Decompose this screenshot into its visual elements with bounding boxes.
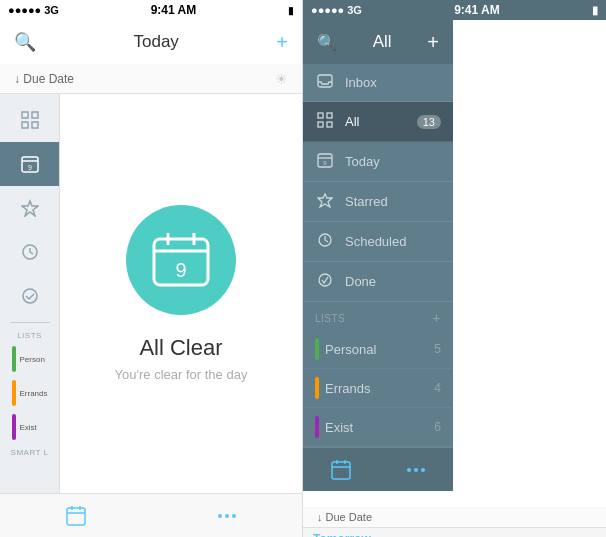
add-list-button[interactable]: + xyxy=(432,310,441,326)
personal-count: 5 xyxy=(434,342,441,356)
scheduled-icon xyxy=(315,232,335,251)
svg-rect-21 xyxy=(327,113,332,118)
time-left: 9:41 AM xyxy=(151,3,197,17)
starred-icon xyxy=(315,192,335,211)
nav-item-inbox[interactable]: Inbox xyxy=(303,64,453,102)
today-icon: 9 xyxy=(315,152,335,171)
signal-dots-right: ●●●●● xyxy=(311,4,344,16)
main-content-left: 9 All Clear You're clear for the day xyxy=(60,94,302,493)
toolbar-left: ↓ Due Date ☀ xyxy=(0,64,302,94)
svg-rect-23 xyxy=(327,122,332,127)
calendar-tab-nav[interactable] xyxy=(303,448,378,491)
lists-label: LISTS xyxy=(15,327,44,342)
task-list-header xyxy=(303,491,606,507)
task-toolbar: ↓ Due Date xyxy=(303,507,606,528)
svg-text:9: 9 xyxy=(175,259,186,281)
errands-color xyxy=(315,377,319,399)
scheduled-label: Scheduled xyxy=(345,234,441,249)
all-label: All xyxy=(345,114,407,129)
sidebar-item-calendar[interactable]: 9 xyxy=(0,142,59,186)
add-button-nav[interactable]: + xyxy=(427,31,439,54)
svg-text:9: 9 xyxy=(323,160,327,166)
search-icon-left[interactable]: 🔍 xyxy=(14,31,36,53)
task-sort-label[interactable]: ↓ Due Date xyxy=(317,511,372,523)
sidebar-list-personal[interactable]: Person xyxy=(8,344,52,374)
section-tomorrow: Tomorrow xyxy=(303,528,606,537)
starred-label: Starred xyxy=(345,194,441,209)
nav-item-done[interactable]: Done xyxy=(303,262,453,302)
search-icon-nav[interactable]: 🔍 xyxy=(317,33,337,52)
time-right: 9:41 AM xyxy=(454,3,500,17)
all-clear-title: All Clear xyxy=(139,335,222,361)
right-nav: 🔍 All + Inbox All 13 xyxy=(303,20,453,491)
sidebar-item-starred[interactable] xyxy=(0,186,59,230)
nav-list-errands[interactable]: Errands 4 xyxy=(303,369,453,408)
today-label: Today xyxy=(345,154,441,169)
tab-bar-left xyxy=(0,493,302,537)
svg-rect-2 xyxy=(22,122,28,128)
inbox-icon xyxy=(315,74,335,91)
sidebar-item-grid[interactable] xyxy=(0,98,59,142)
inbox-label: Inbox xyxy=(345,75,441,90)
status-bar-left: ●●●●● ●●●●● 3G 3G 9:41 AM ▮ xyxy=(0,0,302,20)
all-count: 13 xyxy=(417,115,441,129)
network-label: 3G xyxy=(44,4,59,16)
tab-bar-nav xyxy=(303,447,453,491)
dots-icon-nav xyxy=(407,468,425,472)
svg-marker-7 xyxy=(22,201,38,216)
all-clear-icon: 9 xyxy=(126,205,236,315)
page-title-left: Today xyxy=(133,32,178,52)
exist-count: 6 xyxy=(434,420,441,434)
nav-header: 🔍 All + xyxy=(303,20,453,64)
sidebar-divider xyxy=(10,322,50,323)
task-list: ↓ Due Date Tomorrow Return Sleepph 9:00 … xyxy=(303,491,606,537)
sidebar-item-done[interactable] xyxy=(0,274,59,318)
svg-rect-20 xyxy=(318,113,323,118)
nav-item-scheduled[interactable]: Scheduled xyxy=(303,222,453,262)
more-tab-left[interactable] xyxy=(151,494,302,537)
more-tab-nav[interactable] xyxy=(378,448,453,491)
errands-name: Errands xyxy=(325,381,428,396)
svg-rect-15 xyxy=(67,508,85,525)
left-panel: ●●●●● ●●●●● 3G 3G 9:41 AM ▮ 🔍 Today + ↓ … xyxy=(0,0,303,537)
header-left: 🔍 Today + xyxy=(0,20,302,64)
signal-left: ●●●●● ●●●●● 3G 3G xyxy=(8,4,59,16)
svg-rect-0 xyxy=(22,112,28,118)
calendar-tab-left[interactable] xyxy=(0,494,151,537)
sort-label-left[interactable]: ↓ Due Date xyxy=(14,72,74,86)
nav-list-exist[interactable]: Exist 6 xyxy=(303,408,453,447)
network-type-right: 3G xyxy=(347,4,362,16)
sun-icon[interactable]: ☀ xyxy=(275,71,288,87)
nav-item-today[interactable]: 9 Today xyxy=(303,142,453,182)
done-icon xyxy=(315,272,335,291)
nav-item-starred[interactable]: Starred xyxy=(303,182,453,222)
all-icon xyxy=(315,112,335,131)
signal-dots: ●●●●● xyxy=(8,4,41,16)
sidebar-list-errands[interactable]: Errands xyxy=(8,378,52,408)
add-button-left[interactable]: + xyxy=(276,31,288,54)
status-bar-right: ●●●●● 3G 9:41 AM ▮ xyxy=(303,0,606,20)
svg-rect-19 xyxy=(318,75,332,87)
dots-icon-left xyxy=(218,514,236,518)
errands-count: 4 xyxy=(434,381,441,395)
sidebar-list-exist[interactable]: Exist xyxy=(8,412,52,442)
lists-section-label: LISTS + xyxy=(303,302,453,330)
all-clear-subtitle: You're clear for the day xyxy=(115,367,248,382)
battery-left: ▮ xyxy=(288,5,294,16)
sidebar-left: 9 LISTS xyxy=(0,94,60,493)
sidebar-item-scheduled[interactable] xyxy=(0,230,59,274)
svg-rect-3 xyxy=(32,122,38,128)
nav-title: All xyxy=(373,32,392,52)
nav-list-personal[interactable]: Personal 5 xyxy=(303,330,453,369)
smart-lists-label: SMART L xyxy=(9,444,51,459)
nav-item-all[interactable]: All 13 xyxy=(303,102,453,142)
exist-name: Exist xyxy=(325,420,428,435)
done-label: Done xyxy=(345,274,441,289)
svg-rect-22 xyxy=(318,122,323,127)
svg-point-29 xyxy=(319,274,331,286)
personal-color xyxy=(315,338,319,360)
svg-point-9 xyxy=(23,289,37,303)
svg-rect-1 xyxy=(32,112,38,118)
svg-marker-27 xyxy=(318,194,332,207)
svg-text:9: 9 xyxy=(28,164,32,171)
